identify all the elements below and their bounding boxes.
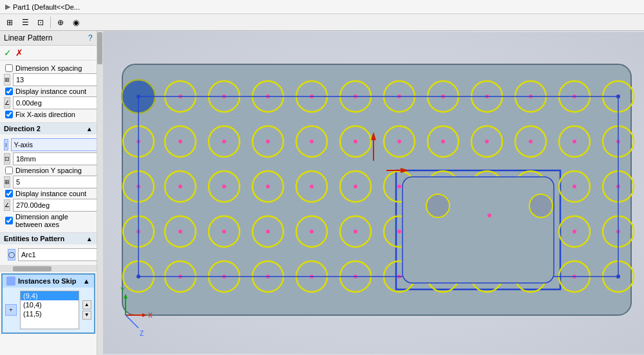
panel-scrollbar[interactable] [97, 31, 103, 355]
entities-header[interactable]: Entities to Pattern ▲ [0, 233, 97, 244]
x-spacing-icon: ⊞ [4, 74, 10, 86]
y-spacing-input[interactable] [13, 152, 97, 165]
panel-actions: ✓ ✗ [0, 46, 97, 60]
direction2-arrow: ▲ [86, 125, 93, 132]
left-panel: Linear Pattern ? ✓ ✗ Dimension X spacing [0, 31, 97, 355]
yaxis-field-row: ↕ [4, 138, 93, 151]
dim-y-spacing-label: Dimension Y spacing [15, 167, 82, 174]
entities-title: Entities to Pattern [4, 235, 64, 242]
entity-input[interactable] [18, 248, 97, 261]
angle-icon1: ∠ [4, 97, 10, 109]
dim-x-spacing-checkbox[interactable] [5, 64, 13, 72]
svg-text:Y: Y [120, 287, 125, 294]
angle-icon2: ∠ [4, 199, 10, 211]
skip-item-1[interactable]: (10,4) [21, 300, 79, 309]
svg-point-80 [354, 140, 357, 143]
skip-list[interactable]: (9,4) (10,4) (11,5) [20, 291, 79, 329]
horizontal-scrollbar-thumb[interactable] [13, 266, 52, 271]
panel-help-button[interactable]: ? [88, 33, 93, 42]
direction2-title: Direction 2 [4, 125, 41, 132]
svg-point-82 [441, 140, 445, 143]
ok-button[interactable]: ✓ [4, 48, 12, 58]
svg-point-92 [354, 185, 357, 188]
dim-y-spacing-checkbox[interactable] [5, 167, 13, 174]
dim-x-spacing-label: Dimension X spacing [15, 64, 82, 72]
skip-scroll-up[interactable]: ▲ [82, 300, 91, 309]
display-instance-row2: Display instance count [4, 190, 93, 197]
toolbar-icon-list[interactable]: ☰ [18, 15, 32, 30]
dim-y-spacing-row: Dimension Y spacing [4, 167, 93, 174]
direction2-fields: ↕ ⊡ ▲ ▼ [0, 134, 97, 232]
entities-section: Entities to Pattern ▲ ◯ [0, 233, 97, 266]
y-count-input[interactable] [13, 176, 97, 188]
svg-point-130 [616, 275, 620, 278]
svg-point-89 [222, 185, 226, 188]
breadcrumb-text: Part1 (Default<<De... [13, 3, 80, 11]
svg-point-102 [266, 230, 270, 233]
dim-angle-label: Dimension angle between axes [15, 213, 93, 228]
svg-point-83 [485, 140, 489, 143]
toolbar-icon-plus[interactable]: ⊕ [53, 15, 68, 30]
dim-angle-checkbox[interactable] [5, 217, 13, 224]
svg-point-84 [529, 140, 533, 143]
y-spacing-icon: ⊡ [4, 153, 10, 165]
horizontal-scrollbar[interactable] [0, 266, 97, 272]
entities-arrow: ▲ [86, 235, 93, 242]
yaxis-input[interactable] [11, 138, 97, 151]
x-spacing-field-row: ⊞ ▲ ▼ [4, 73, 93, 86]
svg-rect-135 [402, 177, 554, 283]
svg-text:Z: Z [140, 330, 144, 337]
display-instance-label2: Display instance count [15, 190, 86, 197]
entity-field-row: ◯ [4, 247, 93, 262]
skip-scroll-down[interactable]: ▼ [82, 311, 91, 320]
svg-point-109 [573, 230, 576, 233]
cancel-button[interactable]: ✗ [15, 48, 23, 58]
main-area: Linear Pattern ? ✓ ✗ Dimension X spacing [0, 31, 644, 355]
dim-angle-row: Dimension angle between axes [4, 213, 93, 228]
svg-point-76 [178, 140, 182, 143]
skip-add-icon: + [5, 304, 17, 316]
direction2-section: Direction 2 ▲ ↕ ⊡ [0, 123, 97, 233]
angle-field-row1: ∠ ▲ ▼ [4, 96, 93, 109]
toolbar-icon-grid[interactable]: ⊞ [3, 15, 17, 30]
panel-content: Dimension X spacing ⊞ ▲ ▼ [0, 60, 97, 355]
toolbar-icon-circle[interactable]: ◉ [69, 15, 83, 30]
svg-point-100 [178, 230, 182, 233]
toolbar-icon-box[interactable]: ⊡ [33, 15, 48, 30]
breadcrumb-bar: ▶ Part1 (Default<<De... [0, 0, 644, 14]
fix-xaxis-checkbox[interactable] [5, 111, 13, 118]
svg-point-78 [266, 140, 270, 143]
angle-input1[interactable] [13, 96, 97, 109]
angle-input2[interactable] [13, 199, 97, 212]
svg-point-105 [397, 230, 401, 233]
entity-icon: ◯ [8, 249, 15, 260]
direction2-header[interactable]: Direction 2 ▲ [0, 123, 97, 134]
svg-text:X: X [148, 312, 153, 319]
toolbar-separator [50, 17, 51, 28]
display-instance-checkbox2[interactable] [5, 190, 13, 197]
svg-point-90 [266, 185, 270, 188]
skip-scroll-buttons: ▲ ▼ [82, 300, 91, 320]
skip-item-2[interactable]: (11,5) [21, 309, 79, 318]
panel-title: Linear Pattern [4, 33, 52, 42]
skip-header: Instances to Skip ▲ [3, 275, 94, 287]
svg-point-103 [310, 230, 314, 233]
svg-point-91 [310, 185, 314, 188]
svg-point-136 [426, 194, 450, 217]
breadcrumb-arrow[interactable]: ▶ [5, 3, 10, 11]
svg-point-101 [222, 230, 226, 233]
display-instance-label1: Display instance count [15, 87, 86, 95]
svg-point-127 [137, 95, 140, 98]
skip-icon [6, 277, 15, 286]
display-instance-checkbox1[interactable] [5, 87, 13, 95]
cad-canvas: X Y Z [103, 31, 644, 355]
viewport[interactable]: X Y Z [103, 31, 644, 355]
direction1-section: Dimension X spacing ⊞ ▲ ▼ [0, 60, 97, 123]
svg-point-93 [397, 185, 401, 188]
svg-point-81 [397, 140, 401, 143]
yaxis-icon: ↕ [4, 139, 8, 150]
skip-item-0[interactable]: (9,4) [21, 291, 79, 300]
x-spacing-input[interactable] [13, 73, 97, 86]
panel-scrollbar-thumb[interactable] [97, 32, 102, 64]
entities-fields: ◯ [0, 244, 97, 265]
